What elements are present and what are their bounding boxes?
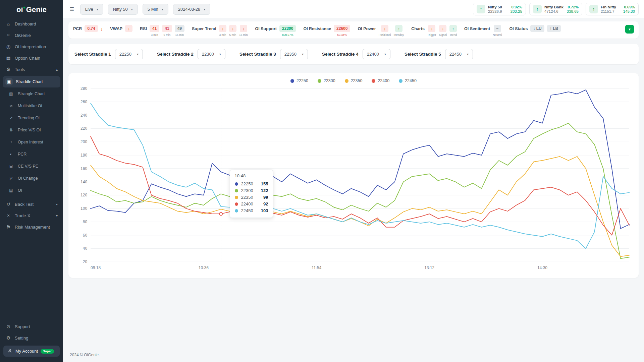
stat-label: PCR bbox=[73, 25, 82, 31]
table-icon: ▦ bbox=[5, 55, 11, 61]
sidebar: oi✦Genie ⌂ Dashboard ≈ OiGenie ◎ Oi Inte… bbox=[0, 0, 63, 362]
straddle-3-select[interactable]: 22350▾ bbox=[280, 49, 308, 59]
sidebar-item-dashboard[interactable]: ⌂ Dashboard bbox=[0, 18, 63, 29]
sidebar-item-my-account[interactable]: My Account Super bbox=[3, 346, 60, 357]
logo-sparkle-icon: ✦ bbox=[23, 6, 26, 10]
legend-label: 22400 bbox=[378, 78, 389, 83]
straddle-group-2: Select Straddle 2 22300▾ bbox=[157, 49, 225, 59]
bulb-icon: ◎ bbox=[5, 44, 11, 49]
tooltip-series-dot bbox=[235, 189, 238, 192]
ticker-nifty-50[interactable]: ↑ Nifty 500.92% 22326.9203.25 bbox=[473, 3, 526, 15]
app-logo[interactable]: oi✦Genie bbox=[0, 0, 63, 18]
account-badge: Super bbox=[41, 349, 54, 354]
price-oi-icon: ⇅ bbox=[7, 126, 15, 134]
sidebar-item-straddle-chart[interactable]: ▣ Straddle Chart bbox=[3, 76, 60, 87]
down-arrow-icon: ↓ bbox=[125, 25, 132, 32]
sidebar-item-label: Strangle Chart bbox=[18, 92, 45, 96]
trade-x-icon: × bbox=[5, 213, 11, 218]
oi-icon: ▤ bbox=[7, 187, 15, 194]
oi-resistance-value: 22600 bbox=[334, 25, 350, 32]
oi-change-icon: ⇄ bbox=[7, 175, 15, 182]
sidebar-item-label: Price V/S OI bbox=[18, 128, 41, 132]
ticker-fin-nifty[interactable]: ↑ Fin Nifty0.69% 21151.7145.30 bbox=[586, 3, 639, 15]
straddle-label: Select Straddle 1 bbox=[74, 52, 111, 57]
tooltip-series-dot bbox=[235, 202, 238, 206]
sidebar-item-strangle-chart[interactable]: ▨ Strangle Chart bbox=[0, 88, 63, 100]
sidebar-item-back-test[interactable]: ↺ Back Test ▾ bbox=[0, 198, 63, 210]
chevron-down-icon: ▾ bbox=[131, 7, 133, 11]
sidebar-item-open-interest[interactable]: ◔ Open Interest bbox=[0, 136, 63, 148]
sidebar-item-oi-change[interactable]: ⇄ Oi Change bbox=[0, 172, 63, 184]
straddle-2-select[interactable]: 22300▾ bbox=[198, 49, 225, 59]
sidebar-item-pcr[interactable]: ◐ PCR bbox=[0, 148, 63, 160]
legend-item-22400[interactable]: 22400 bbox=[372, 78, 389, 83]
chevron-down-icon: ▾ bbox=[97, 7, 98, 11]
sidebar-item-option-chain[interactable]: ▦ Option Chain bbox=[0, 52, 63, 64]
ce-pe-icon: ⊟ bbox=[7, 163, 15, 170]
down-arrow-icon: ↓ bbox=[428, 25, 435, 32]
sidebar-item-price-vs-oi[interactable]: ⇅ Price V/S OI bbox=[0, 124, 63, 136]
sub-label: Intraday bbox=[394, 33, 404, 37]
sidebar-item-trending-oi[interactable]: ↗ Trending Oi bbox=[0, 112, 63, 124]
stat-oi-resistance: OI Resistance 2260069.44% bbox=[303, 25, 350, 37]
up-arrow-icon: ↑ bbox=[449, 25, 457, 32]
logo-text-oi: oi bbox=[16, 5, 23, 14]
straddle-chart[interactable]: 2040608010012014016018020022024026028009… bbox=[75, 84, 632, 276]
tooltip-time: 10:48 bbox=[235, 173, 268, 178]
stat-label: OI Resistance bbox=[303, 25, 331, 31]
legend-label: 22300 bbox=[324, 78, 335, 83]
interval-select[interactable]: 5 Min ▾ bbox=[143, 4, 168, 15]
tooltip-row: 22250155 bbox=[235, 181, 268, 187]
date-select[interactable]: 2024-03-28 ▾ bbox=[173, 4, 211, 15]
stat-oi-power: OI Power ↓Positional ↑Intraday bbox=[358, 25, 404, 37]
straddle-chart-icon: ▣ bbox=[5, 78, 13, 85]
ticker-name: Nifty Bank bbox=[544, 5, 564, 9]
stat-rsi: RSI 413 min 415 min 4915 min bbox=[140, 25, 184, 37]
sidebar-item-setting[interactable]: ⚙ Setting bbox=[0, 332, 63, 344]
sidebar-item-oigenie[interactable]: ≈ OiGenie bbox=[0, 29, 63, 41]
tooltip-series-dot bbox=[235, 209, 238, 213]
legend-item-22250[interactable]: 22250 bbox=[290, 78, 308, 83]
sidebar-item-multistrike-oi[interactable]: ≋ Multistrike Oi bbox=[0, 100, 63, 112]
legend-label: 22350 bbox=[351, 78, 363, 83]
ticker-nifty-bank[interactable]: ↑ Nifty Bank0.72% 47124.6338.65 bbox=[529, 3, 582, 15]
trending-icon: ↗ bbox=[7, 114, 15, 122]
straddle-1-select[interactable]: 22250▾ bbox=[115, 49, 143, 59]
mode-select[interactable]: Live ▾ bbox=[80, 4, 103, 15]
stats-expand-button[interactable]: ▾ bbox=[625, 25, 634, 34]
svg-text:140: 140 bbox=[80, 180, 87, 184]
legend-item-22300[interactable]: 22300 bbox=[318, 78, 335, 83]
down-arrow-icon: ↓ bbox=[381, 25, 388, 32]
sidebar-item-ce-vs-pe[interactable]: ⊟ CE V/S PE bbox=[0, 160, 63, 172]
sub-label: Signal bbox=[439, 33, 447, 37]
down-arrow-icon: ↓ bbox=[439, 25, 446, 32]
sidebar-item-label: Back Test bbox=[15, 202, 34, 207]
sidebar-item-oi[interactable]: ▤ Oi bbox=[0, 184, 63, 196]
ticker-change: 338.65 bbox=[567, 9, 579, 13]
sidebar-item-label: Oi Change bbox=[18, 176, 38, 181]
sidebar-item-label: Straddle Chart bbox=[16, 79, 43, 84]
up-arrow-icon: ↑ bbox=[589, 5, 598, 13]
sidebar-item-support[interactable]: ⊙ Support bbox=[0, 321, 63, 332]
sidebar-item-trade-x[interactable]: × Trade-X ▾ bbox=[0, 210, 63, 221]
chevron-down-icon: ▾ bbox=[302, 52, 304, 56]
straddle-label: Select Straddle 5 bbox=[405, 52, 441, 57]
sidebar-item-tools[interactable]: ⚙ Tools ▴ bbox=[0, 64, 63, 75]
sidebar-item-label: Oi bbox=[18, 188, 22, 193]
sub-label: 5 min bbox=[229, 33, 236, 37]
ticker-change: 203.25 bbox=[511, 9, 522, 13]
legend-item-22450[interactable]: 22450 bbox=[399, 78, 417, 83]
straddle-5-select[interactable]: 22450▾ bbox=[445, 49, 473, 59]
sidebar-item-label: Oi Interpretation bbox=[15, 44, 46, 49]
legend-item-22350[interactable]: 22350 bbox=[345, 78, 363, 83]
symbol-select[interactable]: Nifty 50 ▾ bbox=[108, 4, 138, 15]
straddle-chart-card: 22250 22300 22350 22400 22450 2040608010… bbox=[68, 73, 639, 278]
hamburger-menu-icon[interactable]: ≡ bbox=[68, 5, 75, 13]
ticker-change: 145.30 bbox=[623, 9, 635, 13]
sidebar-item-oi-interpretation[interactable]: ◎ Oi Interpretation bbox=[0, 41, 63, 52]
sidebar-item-label: My Account bbox=[15, 349, 38, 354]
chevron-down-icon: ▾ bbox=[56, 214, 58, 218]
straddle-4-select[interactable]: 22400▾ bbox=[363, 49, 390, 59]
sidebar-item-risk-management[interactable]: ⚑ Risk Management bbox=[0, 221, 63, 233]
rsi-15min-value: 49 bbox=[175, 25, 184, 32]
